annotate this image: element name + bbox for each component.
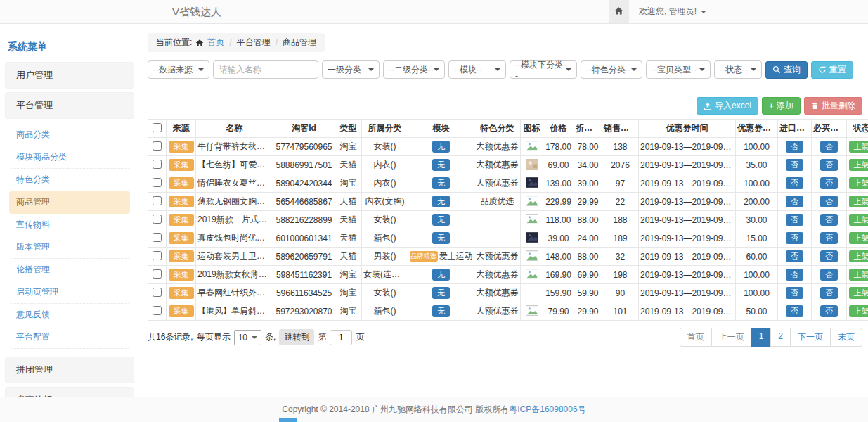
must-buy-toggle[interactable]: 否	[820, 177, 838, 189]
imported-toggle[interactable]: 否	[786, 159, 803, 171]
must-buy-toggle[interactable]: 否	[820, 196, 838, 207]
status-badge[interactable]: 上架	[849, 232, 868, 244]
row-checkbox[interactable]	[153, 251, 162, 260]
upload-icon	[704, 102, 712, 110]
module-none-badge[interactable]: 无	[432, 141, 450, 153]
row-checkbox[interactable]	[153, 269, 162, 279]
status-badge[interactable]: 上架	[849, 214, 868, 226]
source-cell: 采集	[167, 229, 196, 248]
row-checkbox[interactable]	[153, 141, 162, 151]
reset-button-label: 重置	[829, 64, 846, 76]
imported-toggle[interactable]: 否	[786, 287, 803, 299]
module-none-badge[interactable]: 无	[432, 287, 450, 299]
row-checkbox[interactable]	[153, 215, 162, 224]
status-badge[interactable]: 上架	[849, 269, 868, 281]
imported-toggle[interactable]: 否	[786, 269, 803, 281]
sidebar-item-特色分类[interactable]: 特色分类	[9, 169, 130, 191]
imported-cell: 否	[778, 193, 812, 211]
imported-toggle[interactable]: 否	[786, 305, 803, 317]
breadcrumb-home-link[interactable]: 首页	[207, 37, 224, 49]
status-badge[interactable]: 上架	[849, 305, 868, 317]
row-checkbox[interactable]	[153, 178, 162, 187]
module-none-badge[interactable]: 无	[432, 177, 450, 189]
row-checkbox[interactable]	[153, 306, 162, 315]
must-buy-toggle[interactable]: 否	[820, 232, 838, 244]
row-checkbox[interactable]	[153, 288, 162, 297]
filter-select-5[interactable]: --特色分类--	[581, 60, 642, 79]
page-button-首页[interactable]: 首页	[680, 328, 712, 347]
module-none-badge[interactable]: 无	[432, 269, 450, 281]
sidebar-item-商品管理[interactable]: 商品管理	[9, 191, 130, 214]
feature-category-cell: 大额优惠券	[474, 138, 521, 156]
batch-delete-button[interactable]: 批量删除	[804, 97, 862, 115]
scrollbar-thumb[interactable]	[279, 418, 297, 422]
icp-link[interactable]: 粤ICP备16098006号	[509, 404, 585, 416]
name-search-input[interactable]	[213, 60, 318, 79]
module-none-badge[interactable]: 无	[432, 214, 450, 226]
module-none-badge[interactable]: 无	[432, 232, 450, 244]
add-button[interactable]: + 添加	[762, 97, 801, 115]
sidebar-item-宣传物料[interactable]: 宣传物料	[9, 214, 130, 236]
imported-toggle[interactable]: 否	[786, 232, 803, 244]
module-none-badge[interactable]: 无	[432, 305, 450, 317]
filter-select-1[interactable]: 一级分类	[322, 60, 380, 79]
must-buy-toggle[interactable]: 否	[820, 159, 838, 171]
status-badge[interactable]: 上架	[849, 177, 868, 189]
jump-button[interactable]: 跳转到	[279, 329, 314, 345]
status-badge[interactable]: 上架	[849, 196, 868, 207]
sidebar-item-意见反馈[interactable]: 意见反馈	[9, 304, 130, 326]
sidebar-item-启动页管理[interactable]: 启动页管理	[9, 281, 130, 304]
reset-button[interactable]: 重置	[811, 61, 853, 79]
filter-select-3[interactable]: --模块--	[448, 60, 506, 79]
filter-select-4[interactable]: --模块下分类--	[510, 60, 577, 79]
status-badge[interactable]: 上架	[849, 287, 868, 299]
sidebar-item-轮播管理[interactable]: 轮播管理	[9, 259, 130, 281]
filter-select-data-source[interactable]: --数据来源--	[148, 60, 209, 79]
jump-suffix: 页	[356, 331, 364, 343]
filter-select-2[interactable]: --二级分类--	[383, 60, 445, 79]
must-buy-toggle[interactable]: 否	[820, 141, 838, 153]
page-button-末页[interactable]: 末页	[830, 328, 862, 347]
imported-toggle[interactable]: 否	[786, 196, 803, 207]
imported-toggle[interactable]: 否	[786, 141, 803, 153]
column-header-名称: 名称	[196, 120, 273, 138]
sidebar-item-模块商品分类[interactable]: 模块商品分类	[9, 146, 130, 169]
row-checkbox[interactable]	[153, 196, 162, 205]
home-button[interactable]	[609, 0, 629, 23]
page-button-2[interactable]: 2	[770, 328, 791, 347]
page-button-上一页[interactable]: 上一页	[711, 328, 752, 347]
must-buy-toggle[interactable]: 否	[820, 250, 838, 262]
page-number-input[interactable]	[330, 330, 352, 345]
must-buy-toggle[interactable]: 否	[820, 214, 838, 226]
sidebar-item-平台配置[interactable]: 平台配置	[9, 326, 130, 349]
category-cell: 内衣()	[362, 174, 408, 193]
status-badge[interactable]: 上架	[849, 250, 868, 262]
user-menu[interactable]: 欢迎您, 管理员!	[629, 0, 716, 23]
imported-toggle[interactable]: 否	[786, 250, 803, 262]
row-checkbox[interactable]	[153, 233, 162, 242]
imported-toggle[interactable]: 否	[786, 177, 803, 189]
filter-select-7[interactable]: --状态--	[714, 60, 762, 79]
must-buy-toggle[interactable]: 否	[820, 269, 838, 281]
sidebar-item-商品分类[interactable]: 商品分类	[9, 124, 130, 146]
status-badge[interactable]: 上架	[849, 141, 868, 153]
sidebar-group-用户管理[interactable]: 用户管理	[5, 62, 134, 89]
module-none-badge[interactable]: 无	[432, 196, 450, 207]
search-button[interactable]: 查询	[765, 61, 808, 79]
must-buy-toggle[interactable]: 否	[820, 287, 838, 299]
per-page-select[interactable]: 10	[234, 330, 261, 345]
select-all-checkbox[interactable]	[153, 123, 162, 132]
sidebar-item-版本管理[interactable]: 版本管理	[9, 236, 130, 259]
page-button-下一页[interactable]: 下一页	[790, 328, 831, 347]
must-buy-toggle[interactable]: 否	[820, 305, 838, 317]
page-button-1[interactable]: 1	[751, 328, 772, 347]
module-none-badge[interactable]: 无	[432, 159, 450, 171]
filter-select-6[interactable]: --宝贝类型--	[646, 60, 711, 79]
imported-toggle[interactable]: 否	[786, 214, 803, 226]
row-checkbox[interactable]	[153, 160, 162, 169]
sidebar-group-拼团管理[interactable]: 拼团管理	[5, 357, 134, 383]
import-excel-button[interactable]: 导入excel	[697, 97, 758, 115]
sidebar-group-平台管理[interactable]: 平台管理	[5, 92, 134, 119]
status-badge[interactable]: 上架	[849, 159, 868, 171]
feature-category-cell: 大额优惠券	[474, 174, 521, 193]
